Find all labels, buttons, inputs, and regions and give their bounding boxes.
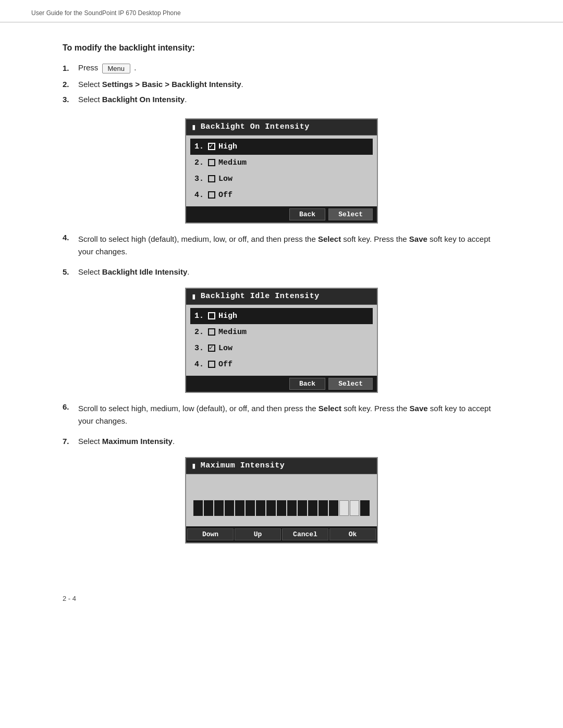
screen2: ▮ Backlight Idle Intensity 1. High 2. Me… [185, 288, 378, 393]
bar-3 [214, 500, 224, 516]
screen2-back-button[interactable]: Back [289, 378, 325, 390]
step-2-number: 2. [63, 80, 78, 89]
step-7-text: Select Maximum Intensity. [78, 437, 500, 446]
checkbox-2 [208, 159, 215, 166]
screen2-container: ▮ Backlight Idle Intensity 1. High 2. Me… [63, 278, 500, 402]
screen3-body [186, 474, 377, 526]
checkbox-s2-3 [208, 344, 215, 352]
screen1-title: Backlight On Intensity [201, 122, 310, 131]
step-4-text: Scroll to select high (default), medium,… [78, 233, 500, 258]
screen1-item-1[interactable]: 1. High [190, 139, 373, 155]
bar-5 [235, 500, 244, 516]
screen1-container: ▮ Backlight On Intensity 1. High 2. Medi… [63, 109, 500, 233]
menu-button[interactable]: Menu [102, 64, 131, 73]
screen1-select-button[interactable]: Select [328, 208, 373, 220]
screen2-item-1[interactable]: 1. High [190, 308, 373, 324]
checkbox-3 [208, 175, 215, 182]
screen3-title: Maximum Intensity [201, 461, 285, 470]
step-5-text: Select Backlight Idle Intensity. [78, 267, 500, 276]
screen2-title: Backlight Idle Intensity [201, 292, 320, 301]
bar-4 [225, 500, 234, 516]
bar-16 [350, 500, 359, 516]
screen1: ▮ Backlight On Intensity 1. High 2. Medi… [185, 118, 378, 224]
page-content: To modify the backlight intensity: 1. Pr… [0, 22, 563, 584]
page-header: User Guide for the SoundPoint IP 670 Des… [0, 0, 563, 22]
step-2: 2. Select Settings > Basic > Backlight I… [63, 80, 500, 89]
bar-6 [246, 500, 255, 516]
step-1-number: 1. [63, 64, 78, 72]
bar-13 [319, 500, 328, 516]
checkbox-s2-1 [208, 312, 215, 319]
step-6: 6. Scroll to select high, medium, low (d… [63, 402, 500, 429]
screen3-cancel-button[interactable]: Cancel [282, 528, 328, 540]
screen3-ok-button[interactable]: Ok [329, 528, 376, 540]
screen2-titlebar: ▮ Backlight Idle Intensity [186, 289, 377, 305]
screen3-down-button[interactable]: Down [187, 528, 234, 540]
phone-icon-3: ▮ [191, 461, 197, 471]
page-footer: 2 - 4 [0, 584, 563, 613]
bar-8 [266, 500, 276, 516]
step-1-text: Press Menu . [78, 63, 500, 73]
screen2-footer: Back Select [186, 376, 377, 392]
screen1-body: 1. High 2. Medium 3. Low 4 [186, 135, 377, 206]
screen2-item-3[interactable]: 3. Low [190, 340, 373, 356]
header-text: User Guide for the SoundPoint IP 670 Des… [31, 9, 181, 17]
screen3-up-button[interactable]: Up [235, 528, 281, 540]
step-7-number: 7. [63, 437, 78, 446]
screen1-back-button[interactable]: Back [289, 208, 325, 220]
screen1-item-4[interactable]: 4. Off [190, 187, 373, 203]
intensity-bar-visual [190, 496, 373, 520]
screen2-select-button[interactable]: Select [328, 378, 373, 390]
bar-15 [339, 500, 349, 516]
step-5-number: 5. [63, 267, 78, 276]
bar-11 [298, 500, 307, 516]
intensity-spacer [190, 480, 373, 496]
phone-icon-2: ▮ [191, 291, 197, 302]
step-3-number: 3. [63, 95, 78, 104]
page-number: 2 - 4 [63, 595, 76, 602]
screen2-item-4[interactable]: 4. Off [190, 356, 373, 373]
screen3: ▮ Maximum Intensity [185, 457, 378, 544]
step-4: 4. Scroll to select high (default), medi… [63, 233, 500, 260]
bar-17 [360, 500, 370, 516]
step-2-text: Select Settings > Basic > Backlight Inte… [78, 80, 500, 89]
bar-14 [329, 500, 338, 516]
step-1: 1. Press Menu . [63, 63, 500, 73]
checkbox-s2-2 [208, 328, 215, 336]
bar-2 [204, 500, 213, 516]
checkbox-4 [208, 191, 215, 199]
bar-7 [256, 500, 265, 516]
step-6-number: 6. [63, 402, 78, 411]
step-7: 7. Select Maximum Intensity. [63, 437, 500, 446]
step-3: 3. Select Backlight On Intensity. [63, 95, 500, 104]
screen1-footer: Back Select [186, 206, 377, 223]
screen2-body: 1. High 2. Medium 3. Low 4 [186, 305, 377, 376]
step-4-number: 4. [63, 233, 78, 242]
step-3-text: Select Backlight On Intensity. [78, 95, 500, 104]
screen3-footer: Down Up Cancel Ok [186, 526, 377, 542]
step-6-text: Scroll to select high, medium, low (defa… [78, 402, 500, 427]
checkbox-1 [208, 143, 215, 150]
checkbox-s2-4 [208, 361, 215, 368]
bar-12 [308, 500, 317, 516]
section-heading: To modify the backlight intensity: [63, 43, 500, 53]
screen1-item-2[interactable]: 2. Medium [190, 155, 373, 171]
bar-1 [193, 500, 203, 516]
screen1-item-3[interactable]: 3. Low [190, 171, 373, 187]
bar-10 [287, 500, 297, 516]
screen3-container: ▮ Maximum Intensity [63, 448, 500, 553]
step-list: 1. Press Menu . 2. Select Settings > Bas… [63, 63, 500, 104]
screen3-titlebar: ▮ Maximum Intensity [186, 458, 377, 474]
screen1-titlebar: ▮ Backlight On Intensity [186, 119, 377, 135]
phone-icon-1: ▮ [191, 122, 197, 132]
bar-9 [277, 500, 286, 516]
step-5: 5. Select Backlight Idle Intensity. [63, 267, 500, 276]
screen2-item-2[interactable]: 2. Medium [190, 324, 373, 340]
